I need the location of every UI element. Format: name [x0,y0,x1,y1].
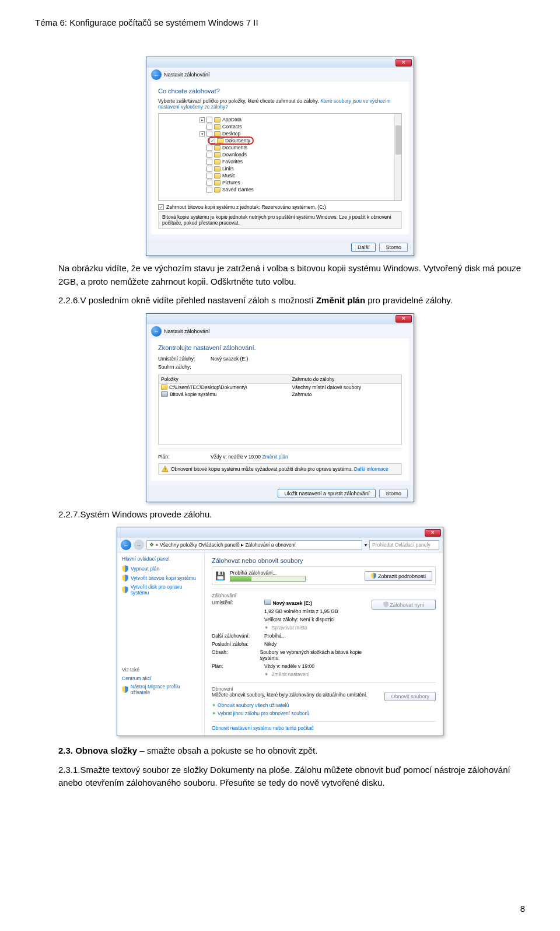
restore-other-backup-link: Vybrat jinou zálohu pro obnovení souborů [218,710,309,716]
cancel-button[interactable]: Storno [379,243,408,252]
backup-running-label: Probíhá zálohování... [230,570,360,576]
dialog-heading: Co chcete zálohovat? [158,88,402,94]
shield-icon [122,575,128,582]
warning-icon: ! [162,466,169,473]
col-items: Položky [161,376,292,382]
shield-icon [122,686,128,693]
free-space: 1,92 GB volného místa z 1,95 GB [264,608,338,614]
tree-item-label: AppData [222,117,242,123]
titlebar: ✕ [117,527,443,538]
dialog-heading: Zkontrolujte nastavení zálohování. [158,344,402,351]
plan-value: Vždy v: neděle v 19:00 [264,663,314,669]
gear-icon [212,702,218,708]
content-value: Soubory ve vybraných složkách a bitová k… [260,649,372,661]
plan-label: Plán: [212,663,264,669]
checkbox[interactable] [206,159,212,164]
shield-icon [371,573,376,579]
folder-tree[interactable]: ▸AppData Contacts ▾Desktop Dokumenty Doc… [158,113,402,201]
shield-icon [122,565,128,572]
body-step: 2.2.7.Systém Windows provede zálohu. [58,508,525,522]
close-button[interactable]: ✕ [396,59,412,66]
expand-icon[interactable]: ▸ [200,117,205,123]
forward-icon[interactable]: → [134,540,144,550]
scroll-thumb[interactable] [396,125,401,155]
checkbox[interactable] [206,131,212,136]
close-button[interactable]: ✕ [425,529,441,537]
scrollbar[interactable] [394,114,401,200]
restore-description: Můžete obnovit soubory, které byly záloh… [212,692,384,701]
gear-icon [264,671,270,677]
image-description: Bitová kopie systému je kopie jednotek n… [158,211,402,229]
checkbox-checked[interactable] [209,138,215,144]
folder-icon [214,166,220,172]
checkbox[interactable] [206,173,212,178]
see-also-heading: Viz také [122,667,200,673]
close-button[interactable]: ✕ [396,315,412,323]
expand-icon[interactable]: ▾ [200,131,205,136]
folder-icon [217,138,223,144]
back-icon[interactable]: ← [151,326,162,337]
next-backup-label: Další zálohování: [212,633,264,639]
tree-item-label: Music [222,173,235,178]
restore-all-users-link: Obnovit soubory všech uživatelů [218,702,289,708]
left-pane-heading: Hlavní ovládací panel [122,556,200,562]
action-center-link[interactable]: Centrum akcí [122,674,200,682]
checkbox[interactable] [206,187,212,192]
tree-item-label: Documents [222,145,247,150]
next-button[interactable]: Další [351,243,376,252]
dialog-instruction: Vyberte zaškrtávací políčko pro položky,… [158,98,402,110]
loc-value: Nový svazek (E:) [272,600,312,606]
col-included: Zahrnuto do zálohy [292,376,334,382]
summary-label: Souhrn zálohy: [158,364,211,370]
backup-select-dialog: ✕ ← Nastavit zálohování Co chcete záloho… [146,57,414,256]
more-info-link[interactable]: Další informace [354,466,388,472]
migration-tool-link[interactable]: Nástroj Migrace profilu uživatele [122,682,200,696]
progress-bar [230,576,306,582]
subhead-restore: Obnovení [212,686,436,692]
last-backup-label: Poslední záloha: [212,641,264,647]
restore-system-link[interactable]: Obnovit nastavení systému nebo tento poč… [212,725,314,731]
subhead-backup: Zálohování [212,593,436,598]
backup-control-panel-window: ✕ ← → ❖ « Všechny položky Ovládacích pan… [117,527,443,736]
folder-icon [214,145,220,150]
gear-icon [264,625,270,631]
gear-icon [212,710,218,716]
backup-now-button: Zálohovat nyní [372,600,436,610]
body-step: 2.2.6.V posledním okně vidíte přehled na… [58,294,525,307]
checkbox[interactable] [206,166,212,172]
save-and-run-button[interactable]: Uložit nastavení a spustit zálohování [278,489,376,498]
table-row: C:\Users\TEC\Desktop\Dokumenty\ Všechny … [159,384,401,391]
create-repair-disk-link[interactable]: Vytvořit disk pro opravu systému [122,583,200,597]
include-image-checkbox[interactable] [158,204,164,210]
checkbox[interactable] [206,124,212,130]
left-pane: Hlavní ovládací panel Vypnout plán Vytvo… [117,552,205,736]
checkbox[interactable] [206,180,212,186]
folder-icon [214,117,220,123]
folder-icon [214,180,220,186]
search-input[interactable]: Prohledat Ovládací panely [369,540,439,550]
create-image-link[interactable]: Vytvořit bitovou kopii systému [122,573,200,583]
change-settings-link: Změnit nastavení [271,671,309,677]
folder-icon [214,187,220,192]
folder-icon [214,159,220,164]
tree-item-label-highlighted: Dokumenty [225,138,250,144]
loc-label: Umístění: [212,600,264,606]
checkbox[interactable] [206,117,212,123]
plan-value: Vždy v: neděle v 19:00 [211,454,262,460]
cancel-button[interactable]: Storno [379,489,408,498]
back-icon[interactable]: ← [121,540,131,550]
back-icon[interactable]: ← [151,69,162,80]
tree-item-label: Links [222,166,234,172]
view-details-button[interactable]: Zobrazit podrobnosti [365,571,432,581]
folder-icon [214,124,220,130]
change-plan-link[interactable]: Změnit plán [262,454,288,460]
address-bar[interactable]: ❖ « Všechny položky Ovládacích panelů ▸ … [146,540,362,550]
checkbox[interactable] [206,145,212,150]
tree-item-label: Pictures [222,180,240,186]
disable-schedule-link[interactable]: Vypnout plán [122,564,200,573]
wizard-subtitle: Nastavit zálohování [164,328,210,334]
titlebar: ✕ [146,57,414,68]
include-image-label: Zahrnout bitovou kopii systému z jednote… [166,204,326,210]
disk-icon [161,391,168,397]
checkbox[interactable] [206,152,212,158]
